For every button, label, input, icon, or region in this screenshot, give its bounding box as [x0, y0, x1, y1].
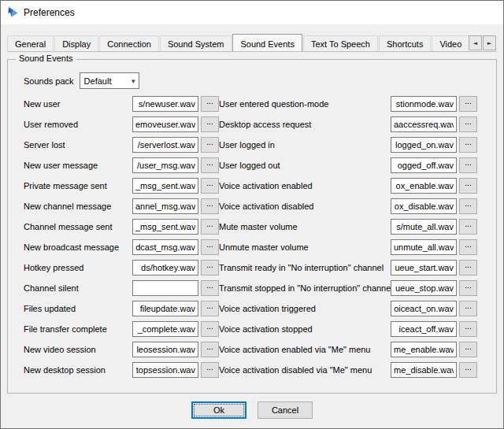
app-icon: [6, 6, 19, 19]
browse-button[interactable]: ...: [201, 362, 219, 378]
sound-event-row: Mute master volume...: [219, 216, 487, 237]
sound-file-input[interactable]: [132, 178, 198, 194]
scroll-right-icon: ►: [487, 40, 491, 46]
sound-file-input[interactable]: [391, 198, 457, 214]
browse-button[interactable]: ...: [459, 178, 477, 194]
sound-file-input[interactable]: [391, 116, 457, 132]
sound-file-input[interactable]: [391, 301, 457, 316]
sound-file-input[interactable]: [391, 239, 457, 255]
browse-button[interactable]: ...: [201, 178, 219, 194]
sounds-pack-select[interactable]: Default ▾: [80, 72, 139, 89]
sound-file-input[interactable]: [391, 342, 457, 357]
browse-button[interactable]: ...: [201, 321, 219, 337]
browse-button[interactable]: ...: [459, 116, 477, 132]
sound-event-label: Transmit ready in "No interruption" chan…: [219, 263, 391, 272]
sound-file-input[interactable]: [391, 137, 457, 153]
browse-button[interactable]: ...: [201, 239, 219, 255]
browse-button[interactable]: ...: [201, 219, 219, 235]
browse-button[interactable]: ...: [201, 137, 219, 153]
sound-file-input[interactable]: [132, 198, 198, 214]
sound-file-input[interactable]: [132, 239, 198, 255]
sound-event-row: File transfer complete...: [24, 319, 219, 339]
sound-file-input[interactable]: [132, 280, 198, 296]
cancel-button[interactable]: Cancel: [258, 401, 313, 419]
sound-file-input[interactable]: [391, 219, 457, 235]
browse-button[interactable]: ...: [201, 96, 219, 112]
sound-event-row: Private message sent...: [24, 176, 219, 196]
sound-event-row: Voice activation disabled via "Me" menu.…: [219, 360, 487, 380]
tab-sound-system[interactable]: Sound System: [160, 35, 232, 51]
browse-button[interactable]: ...: [459, 137, 477, 153]
sound-event-label: Files updated: [24, 304, 132, 313]
browse-button[interactable]: ...: [201, 280, 219, 296]
sound-event-label: Private message sent: [24, 181, 132, 190]
tab-sound-events[interactable]: Sound Events: [232, 34, 302, 51]
sound-event-row: User entered question-mode...: [219, 94, 487, 114]
browse-button[interactable]: ...: [459, 219, 477, 235]
browse-button[interactable]: ...: [459, 342, 477, 357]
browse-button[interactable]: ...: [201, 260, 219, 276]
sound-file-input[interactable]: [391, 96, 457, 112]
tab-connection[interactable]: Connection: [99, 35, 159, 51]
sound-file-input[interactable]: [391, 178, 457, 194]
sound-file-input[interactable]: [391, 157, 457, 173]
browse-button[interactable]: ...: [201, 157, 219, 173]
tab-display[interactable]: Display: [54, 35, 98, 51]
sound-event-row: New video session...: [24, 339, 219, 360]
sound-file-input[interactable]: [391, 362, 457, 378]
sound-file-input[interactable]: [132, 96, 198, 112]
sound-event-label: Voice activation disabled: [219, 202, 391, 211]
scroll-left-icon: ◄: [473, 40, 477, 46]
sound-event-row: New user...: [24, 94, 219, 114]
browse-button[interactable]: ...: [459, 96, 477, 112]
sound-event-row: New user message...: [24, 155, 219, 176]
sound-event-row: Files updated...: [24, 298, 219, 319]
sound-file-input[interactable]: [132, 219, 198, 235]
sound-file-input[interactable]: [132, 116, 198, 132]
sound-event-label: Hotkey pressed: [24, 263, 132, 272]
sound-event-row: Voice activation triggered...: [219, 298, 487, 319]
sound-file-input[interactable]: [391, 280, 457, 296]
sound-file-input[interactable]: [132, 321, 198, 337]
tab-text-to-speech[interactable]: Text To Speech: [303, 35, 378, 51]
sound-event-row: Hotkey pressed...: [24, 257, 219, 278]
tab-scroll-left-button[interactable]: ◄: [469, 35, 482, 50]
tab-scroll-right-button[interactable]: ►: [483, 35, 496, 50]
dropdown-arrow-icon: ▾: [132, 77, 135, 85]
browse-button[interactable]: ...: [459, 239, 477, 255]
browse-button[interactable]: ...: [459, 280, 477, 296]
sound-event-row: Voice activation enabled via "Me" menu..…: [219, 339, 487, 360]
browse-button[interactable]: ...: [459, 157, 477, 173]
tab-shortcuts[interactable]: Shortcuts: [379, 35, 431, 51]
sound-file-input[interactable]: [132, 362, 198, 378]
browse-button[interactable]: ...: [201, 198, 219, 214]
preferences-window: Preferences GeneralDisplayConnectionSoun…: [0, 0, 504, 429]
sound-file-input[interactable]: [132, 260, 198, 276]
sound-file-input[interactable]: [132, 301, 198, 316]
browse-button[interactable]: ...: [201, 116, 219, 132]
sound-file-input[interactable]: [132, 137, 198, 153]
tab-baseline: [7, 51, 497, 52]
sound-file-input[interactable]: [391, 321, 457, 337]
browse-button[interactable]: ...: [459, 362, 477, 378]
sound-file-input[interactable]: [391, 260, 457, 276]
browse-button[interactable]: ...: [201, 301, 219, 316]
browse-button[interactable]: ...: [459, 198, 477, 214]
sound-event-label: Channel message sent: [24, 222, 132, 231]
sound-event-label: User logged out: [219, 161, 391, 170]
sound-event-row: User logged out...: [219, 155, 487, 176]
tab-video[interactable]: Video: [432, 35, 469, 51]
tab-general[interactable]: General: [7, 35, 54, 51]
browse-button[interactable]: ...: [459, 301, 477, 316]
sound-file-input[interactable]: [132, 342, 198, 357]
sound-event-label: New channel message: [24, 202, 132, 211]
sound-event-label: Channel silent: [24, 283, 132, 293]
title-bar: Preferences: [1, 1, 503, 24]
sound-event-row: User logged in...: [219, 135, 487, 155]
browse-button[interactable]: ...: [201, 342, 219, 357]
sound-file-input[interactable]: [132, 157, 198, 173]
sound-event-row: User removed...: [24, 114, 219, 135]
ok-button[interactable]: Ok: [191, 401, 246, 419]
browse-button[interactable]: ...: [459, 260, 477, 276]
browse-button[interactable]: ...: [459, 321, 477, 337]
